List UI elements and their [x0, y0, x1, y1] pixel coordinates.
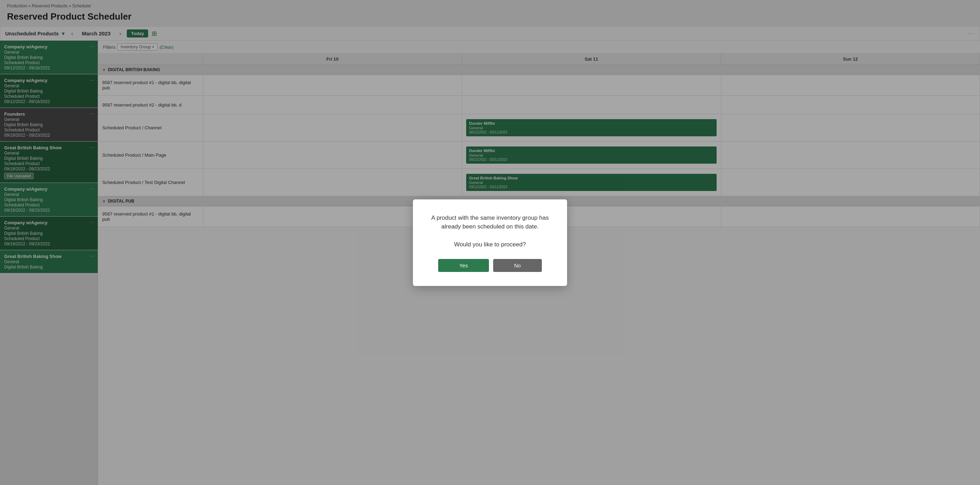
- modal-question: Would you like to proceed?: [454, 241, 526, 248]
- modal-no-button[interactable]: No: [493, 259, 542, 272]
- modal-buttons: Yes No: [430, 259, 550, 272]
- modal-line1: A product with the same inventory group …: [431, 214, 549, 221]
- modal-overlay: A product with the same inventory group …: [0, 0, 980, 485]
- modal-message: A product with the same inventory group …: [430, 214, 550, 249]
- modal: A product with the same inventory group …: [413, 199, 567, 286]
- modal-yes-button[interactable]: Yes: [438, 259, 488, 272]
- modal-line2: already been scheduled on this date.: [441, 223, 539, 230]
